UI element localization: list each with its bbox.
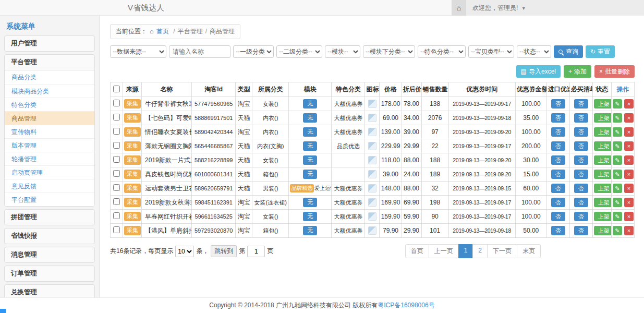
sidebar-item[interactable]: 省钱快报 [5,228,94,244]
mustbuy-toggle-button[interactable]: 否 [574,184,588,193]
mustbuy-toggle-button[interactable]: 否 [574,198,588,207]
row-checkbox[interactable] [113,128,120,135]
filter-source-select[interactable]: --数据来源-- [110,45,166,58]
page-button[interactable]: 下一页 [487,244,517,258]
edit-button[interactable]: ✎ [613,99,622,109]
per-page-select[interactable]: 10 [175,246,194,257]
row-checkbox[interactable] [113,226,120,233]
delete-button[interactable]: × [624,184,634,193]
breadcrumb-home-link[interactable]: 首页 [156,28,169,35]
delete-button[interactable]: × [624,212,634,221]
status-button[interactable]: 上架 [594,127,612,137]
import-toggle-button[interactable]: 否 [551,212,565,221]
sidebar-subitem[interactable]: 轮播管理 [5,152,94,165]
sidebar-subitem[interactable]: 特色分类 [5,98,94,111]
sidebar-item[interactable]: 订单管理 [5,266,94,281]
filter-select[interactable]: --模块-- [325,45,360,58]
status-button[interactable]: 上架 [594,155,612,165]
edit-button[interactable]: ✎ [613,127,622,137]
sidebar-item[interactable]: 兑换管理 [5,285,94,297]
user-menu[interactable]: 欢迎您，管理员! ▼ [472,0,526,16]
mustbuy-toggle-button[interactable]: 否 [574,99,588,109]
edit-button[interactable]: ✎ [613,155,622,165]
import-toggle-button[interactable]: 否 [551,99,565,109]
mustbuy-toggle-button[interactable]: 否 [574,212,588,221]
import-toggle-button[interactable]: 否 [551,155,565,165]
mustbuy-toggle-button[interactable]: 否 [574,155,588,165]
sidebar-subitem[interactable]: 版本管理 [5,138,94,152]
delete-button[interactable]: × [624,155,634,165]
delete-button[interactable]: × [624,113,634,123]
import-toggle-button[interactable]: 否 [551,170,565,179]
delete-button[interactable]: × [624,99,634,109]
import-excel-button[interactable]: ▤ 导入excel [516,65,561,78]
filter-select[interactable]: --一级分类-- [233,45,274,58]
sidebar-item[interactable]: 平台管理 [5,55,94,70]
edit-button[interactable]: ✎ [613,141,622,151]
row-checkbox[interactable] [113,198,120,205]
sidebar-subitem[interactable]: 意见反馈 [5,179,94,192]
import-toggle-button[interactable]: 否 [551,198,565,207]
row-checkbox[interactable] [113,156,120,163]
status-button[interactable]: 上架 [594,226,612,235]
sidebar-subitem[interactable]: 宣传物料 [5,125,94,138]
mustbuy-toggle-button[interactable]: 否 [574,127,588,137]
import-toggle-button[interactable]: 否 [551,184,565,193]
edit-button[interactable]: ✎ [613,113,622,123]
import-toggle-button[interactable]: 否 [551,127,565,137]
page-button[interactable]: 1 [458,244,473,258]
row-checkbox[interactable] [113,170,120,177]
edit-button[interactable]: ✎ [613,198,622,207]
delete-button[interactable]: × [624,170,634,179]
jump-page-input[interactable] [247,246,265,257]
mustbuy-toggle-button[interactable]: 否 [574,141,588,151]
edit-button[interactable]: ✎ [613,170,622,179]
search-button[interactable]: 查询 [554,45,583,58]
row-checkbox[interactable] [113,100,120,106]
page-button[interactable]: 2 [472,244,488,258]
page-button[interactable]: 上一页 [429,244,459,258]
jump-button[interactable]: 跳转到 [211,245,237,257]
row-checkbox[interactable] [113,212,120,219]
icp-link[interactable]: 粤ICP备16098006号 [378,302,434,309]
sidebar-subitem[interactable]: 商品分类 [5,70,94,84]
select-all-checkbox[interactable] [113,86,120,92]
sidebar-subitem[interactable]: 平台配置 [5,192,94,206]
add-button[interactable]: + 添加 [564,65,591,78]
delete-button[interactable]: × [624,127,634,137]
import-toggle-button[interactable]: 否 [551,113,565,123]
filter-select[interactable]: --宝贝类型-- [468,45,514,58]
status-button[interactable]: 上架 [594,113,612,123]
page-button[interactable]: 首页 [405,244,429,258]
reset-button[interactable]: ↻ 重置 [586,45,615,58]
delete-button[interactable]: × [624,198,634,207]
import-toggle-button[interactable]: 否 [551,226,565,235]
sidebar-subitem[interactable]: 商品管理 [5,111,94,125]
sidebar-subitem[interactable]: 启动页管理 [5,165,94,179]
sidebar-item[interactable]: 拼团管理 [5,210,94,225]
status-button[interactable]: 上架 [594,198,612,207]
batch-delete-button[interactable]: × 批量删除 [594,65,635,78]
status-button[interactable]: 上架 [594,170,612,179]
sidebar-item[interactable]: 用户管理 [5,36,94,51]
mustbuy-toggle-button[interactable]: 否 [574,226,588,235]
filter-name-input[interactable] [169,45,230,58]
status-button[interactable]: 上架 [594,184,612,193]
status-button[interactable]: 上架 [594,99,612,109]
edit-button[interactable]: ✎ [613,212,622,221]
mustbuy-toggle-button[interactable]: 否 [574,113,588,123]
status-button[interactable]: 上架 [594,141,612,151]
row-checkbox[interactable] [113,142,120,149]
mustbuy-toggle-button[interactable]: 否 [574,170,588,179]
row-checkbox[interactable] [113,184,120,191]
delete-button[interactable]: × [624,141,634,151]
home-button[interactable]: ⌂ [452,0,466,16]
filter-select[interactable]: --二级分类-- [276,45,322,58]
sidebar-item[interactable]: 消息管理 [5,247,94,262]
filter-select[interactable]: --特色分类-- [418,45,466,58]
status-button[interactable]: 上架 [594,212,612,221]
filter-select[interactable]: --模块下分类-- [363,45,415,58]
sidebar-subitem[interactable]: 模块商品分类 [5,84,94,98]
edit-button[interactable]: ✎ [613,184,622,193]
delete-button[interactable]: × [624,226,634,235]
